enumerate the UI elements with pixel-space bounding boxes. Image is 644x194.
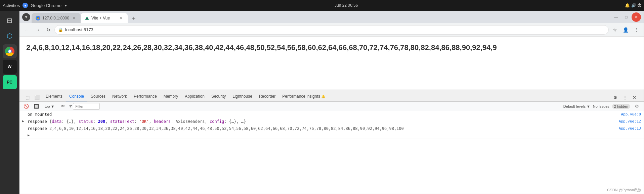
devtools-device-button[interactable]: ⬜ <box>33 93 41 101</box>
devtools-settings-button[interactable]: ⚙ <box>611 93 619 101</box>
tab-elements[interactable]: Elements <box>42 92 66 101</box>
sidebar-icon-chrome[interactable] <box>3 44 17 58</box>
devtools-panel: ⬚ ⬜ Elements Console Sources Network Per… <box>19 90 644 194</box>
tab-lighthouse[interactable]: Lighthouse <box>229 92 256 101</box>
taskbar-datetime: Jun 22 06:56 <box>68 3 625 8</box>
url-bar[interactable]: 🔒 localhost:5173 <box>54 25 609 35</box>
tab1-close-button[interactable]: ✕ <box>71 15 77 21</box>
taskbar: Activities ● Google Chrome ▼ Jun 22 06:5… <box>0 0 644 11</box>
default-levels-dropdown[interactable]: Default levels ▼ <box>563 104 590 108</box>
url-text: localhost:5173 <box>65 27 93 32</box>
sidebar: ⊟ ⬡ W PC <box>0 11 19 194</box>
menu-button[interactable]: ⋮ <box>632 25 641 35</box>
tab-security[interactable]: Security <box>208 92 229 101</box>
tab-console[interactable]: Console <box>66 92 87 101</box>
devtools-close-button[interactable]: ✕ <box>630 93 638 101</box>
tab-performance[interactable]: Performance <box>130 92 160 101</box>
devtools-tabs: ⬚ ⬜ Elements Console Sources Network Per… <box>19 90 644 102</box>
title-bar: ▼ 127.0.0.1:8000 ✕ Vite + Vue <box>19 11 644 23</box>
browser-window: ▼ 127.0.0.1:8000 ✕ Vite + Vue <box>19 11 644 194</box>
new-tab-button[interactable]: + <box>129 14 138 23</box>
devtools-left-icons: ⬚ ⬜ <box>22 93 42 101</box>
line1-content: on mounted <box>28 112 618 117</box>
console-filter-toggle[interactable]: 🔲 <box>32 102 40 110</box>
app-name-label: Google Chrome <box>31 3 61 8</box>
tab-recorder[interactable]: Recorder <box>256 92 279 101</box>
console-line-4: ▶ <box>19 132 644 139</box>
back-button[interactable]: ← <box>22 25 32 35</box>
line3-source[interactable]: App.vue:13 <box>616 126 641 131</box>
tab-bar: 127.0.0.1:8000 ✕ Vite + Vue ✕ + <box>32 11 138 23</box>
tab2-title: Vite + Vue <box>91 16 116 20</box>
console-filter-input[interactable] <box>73 103 100 110</box>
top-dropdown-icon: ▼ <box>51 104 54 108</box>
filter-area: ⧩ <box>69 103 100 110</box>
console-output: on mounted App.vue:8 ▶ response {data: {… <box>19 111 644 194</box>
console-settings-button[interactable]: ⚙ <box>633 102 641 110</box>
line1-source[interactable]: App.vue:8 <box>618 112 641 116</box>
sidebar-icon-terminal[interactable]: ⊟ <box>3 13 17 28</box>
line2-expand-arrow[interactable]: ▶ <box>22 119 26 123</box>
system-tray-icons: 🔔 🔊 ⏻ <box>625 3 641 8</box>
tab1-title: 127.0.0.1:8000 <box>42 16 69 20</box>
close-button[interactable]: ✕ <box>632 12 641 22</box>
tab-list-button[interactable]: ▼ <box>22 13 30 21</box>
sidebar-icon-vscode[interactable]: ⬡ <box>3 29 17 43</box>
tab2-favicon <box>85 16 89 20</box>
tab-network[interactable]: Network <box>109 92 130 101</box>
console-toolbar: 🚫 🔲 top ▼ 👁 ⧩ Default levels ▼ No Issues <box>19 102 644 111</box>
activities-label[interactable]: Activities <box>3 3 20 8</box>
taskbar-right: 🔔 🔊 ⏻ <box>625 3 641 8</box>
maximize-button[interactable]: □ <box>621 12 631 22</box>
watermark: CSDN @Python私教 <box>607 188 641 193</box>
line2-source[interactable]: App.vue:12 <box>616 119 641 124</box>
line3-content: response 2,4,6,8,10,12,14,16,18,20,22,24… <box>28 126 616 131</box>
lock-icon: 🔒 <box>58 28 63 32</box>
top-label: top <box>45 104 50 108</box>
console-eye-button[interactable]: 👁 <box>59 102 67 110</box>
devtools-more-button[interactable]: ⋮ <box>621 93 629 101</box>
page-data-output: 2,4,6,8,10,12,14,16,18,20,22,24,26,28,30… <box>19 37 644 59</box>
sidebar-icon-webstorm[interactable]: W <box>3 60 17 74</box>
line4-expand-arrow[interactable]: ▶ <box>28 133 32 137</box>
no-issues-label: No Issues <box>593 104 609 108</box>
console-line-1: on mounted App.vue:8 <box>19 111 644 118</box>
console-line-3: response 2,4,6,8,10,12,14,16,18,20,22,24… <box>19 125 644 132</box>
taskbar-dropdown-icon[interactable]: ▼ <box>64 4 68 7</box>
tab-application[interactable]: Application <box>181 92 208 101</box>
console-right-toolbar: Default levels ▼ No Issues 2 hidden ⚙ <box>563 102 641 110</box>
taskbar-left: Activities ● Google Chrome ▼ <box>3 3 68 8</box>
main-content: 2,4,6,8,10,12,14,16,18,20,22,24,26,28,30… <box>19 37 644 194</box>
devtools-toolbar-right: ⚙ ⋮ ✕ <box>611 93 641 101</box>
hidden-count-badge: 2 hidden <box>612 104 630 109</box>
console-top-selector[interactable]: top ▼ <box>42 103 57 110</box>
tab-127[interactable]: 127.0.0.1:8000 ✕ <box>32 13 81 23</box>
line2-content: response {data: {…}, status: 200, status… <box>28 119 616 124</box>
address-bar: ← → ↻ 🔒 localhost:5173 ☆ 👤 ⋮ <box>19 23 644 37</box>
tab-vite[interactable]: Vite + Vue ✕ <box>81 13 128 23</box>
forward-button[interactable]: → <box>33 25 42 35</box>
console-line-2: ▶ response {data: {…}, status: 200, stat… <box>19 118 644 125</box>
window-controls: ─ □ ✕ <box>611 12 641 22</box>
profile-button[interactable]: 👤 <box>621 25 630 35</box>
bookmark-button[interactable]: ☆ <box>610 25 619 35</box>
refresh-button[interactable]: ↻ <box>44 25 53 35</box>
devtools-inspect-button[interactable]: ⬚ <box>24 93 32 101</box>
filter-icon: ⧩ <box>69 104 72 108</box>
sidebar-icon-pycharm[interactable]: PC <box>3 75 17 89</box>
tab-memory[interactable]: Memory <box>160 92 181 101</box>
chrome-taskbar-icon[interactable]: ● <box>23 3 28 8</box>
tab-performance-insights[interactable]: Performance insights 🔔 <box>279 92 329 101</box>
console-clear-button[interactable]: 🚫 <box>22 102 30 110</box>
tab-sources[interactable]: Sources <box>87 92 109 101</box>
minimize-button[interactable]: ─ <box>611 12 621 22</box>
tab2-close-button[interactable]: ✕ <box>118 15 124 21</box>
address-actions: ☆ 👤 ⋮ <box>610 25 641 35</box>
tab1-favicon <box>36 16 40 20</box>
